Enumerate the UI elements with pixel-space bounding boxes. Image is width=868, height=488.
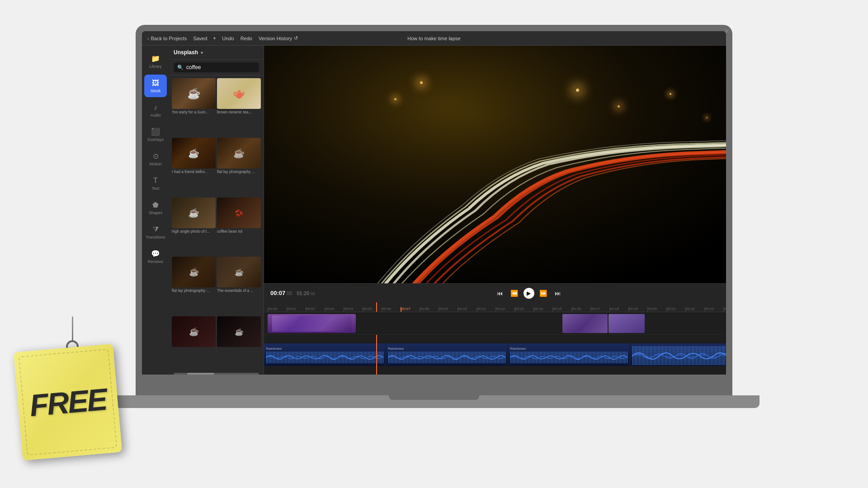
current-time: 00:07	[270, 290, 285, 296]
sidebar-item-transitions[interactable]: ⧩ Transitions	[144, 221, 167, 244]
stock-image-5[interactable]: ☕ high angle photo of t...	[172, 197, 216, 256]
waveform-4	[632, 346, 726, 365]
ruler-mark-20: 00:20	[647, 307, 666, 312]
stock-image-10[interactable]: ☕	[217, 316, 261, 370]
ruler-mark-11: 00:11	[476, 307, 495, 312]
version-history-button[interactable]: Version History ↺	[259, 35, 298, 41]
sidebar-item-text[interactable]: T Text	[144, 172, 167, 195]
image-label-3: I had a friend defini...	[172, 169, 216, 174]
ruler-mark-3: 00:03	[325, 307, 344, 312]
timeline: 00:00 00:01 00:02 00:03 00:04 00:05 00:0…	[264, 302, 726, 375]
audio-clip-4[interactable]	[630, 343, 726, 366]
text-icon: T	[153, 177, 158, 185]
video-clip-3[interactable]	[609, 314, 645, 333]
video-track	[264, 312, 726, 335]
tag-body: FREE	[14, 344, 122, 460]
stock-image-2[interactable]: 🫖 brown ceramic tea...	[217, 78, 261, 136]
ruler-mark-15: 00:15	[552, 307, 571, 312]
shapes-icon: ⬟	[152, 201, 159, 209]
ruler-mark-7: 00:07	[401, 307, 420, 312]
redo-button[interactable]: Redo	[241, 36, 252, 41]
skip-to-start-button[interactable]: ⏮	[495, 288, 505, 299]
ruler-mark-8: 00:08	[420, 307, 439, 312]
saved-button[interactable]: Saved	[193, 36, 207, 41]
saved-dropdown-icon[interactable]: ▾	[213, 36, 216, 41]
ruler-marks-container: 00:00 00:01 00:02 00:03 00:04 00:05 00:0…	[268, 302, 726, 312]
controls-bar: 00:07 00 01:20 00 ⏮ ⏪ ▶ ⏩ ⏭ 100%	[264, 283, 726, 302]
audio-track: Rainbows Rainbows	[264, 335, 726, 375]
sidebar-item-reviews[interactable]: 💬 Reviews	[144, 245, 167, 268]
stock-image-1[interactable]: ☕ Too early for a Guin...	[172, 78, 216, 136]
search-bar-container: 🔍	[169, 60, 264, 75]
image-label-8: The essentials of a ...	[217, 288, 261, 293]
sidebar-item-stock[interactable]: 🖼 Stock	[144, 75, 167, 97]
ruler-mark-1: 00:01	[287, 307, 306, 312]
stock-panel-header: Unsplash ▾	[169, 46, 264, 60]
sidebar-item-shapes[interactable]: ⬟ Shapes	[144, 197, 167, 219]
stock-image-9[interactable]: ☕	[172, 316, 216, 370]
fast-forward-button[interactable]: ⏩	[538, 288, 549, 299]
sidebar-item-audio[interactable]: ♪ Audio	[144, 99, 167, 122]
ruler-mark-6: 00:06	[382, 307, 401, 312]
laptop-notch	[389, 395, 479, 400]
stock-image-4[interactable]: ☕ flat lay photography ...	[217, 138, 261, 196]
video-preview	[264, 46, 726, 283]
stock-image-6[interactable]: 🫘 coffee bean Iot	[217, 197, 261, 256]
audio-clip-1-label: Rainbows	[266, 347, 383, 351]
search-icon: 🔍	[177, 65, 184, 70]
ruler-mark-19: 00:19	[628, 307, 647, 312]
laptop-shell: ‹ Back to Projects Saved ▾ Undo Redo Ver…	[136, 25, 732, 395]
ruler-mark-22: 00:22	[685, 307, 704, 312]
free-tag-text: FREE	[28, 384, 108, 421]
unsplash-logo: Unsplash	[174, 49, 198, 56]
transitions-icon: ⧩	[153, 225, 159, 234]
sidebar-item-library[interactable]: 📁 Library	[144, 50, 167, 73]
tag-string	[72, 316, 73, 341]
source-dropdown-icon[interactable]: ▾	[201, 50, 203, 55]
video-clip-1[interactable]	[268, 314, 356, 333]
light-trails-svg	[264, 46, 726, 283]
undo-button[interactable]: Undo	[222, 36, 234, 41]
menu-bar: ‹ Back to Projects Saved ▾ Undo Redo Ver…	[142, 31, 726, 46]
search-input[interactable]	[186, 64, 255, 70]
play-pause-button[interactable]: ▶	[524, 288, 534, 299]
audio-icon: ♪	[154, 103, 157, 112]
rewind-button[interactable]: ⏪	[509, 288, 520, 299]
laptop-base	[108, 395, 760, 408]
timeline-playhead[interactable]	[376, 335, 377, 375]
ruler-mark-16: 00:16	[571, 307, 590, 312]
current-frames: 00	[287, 291, 292, 296]
stock-image-3[interactable]: ☕ I had a friend defini...	[172, 138, 216, 196]
timeline-ruler[interactable]: 00:00 00:01 00:02 00:03 00:04 00:05 00:0…	[264, 302, 726, 312]
history-icon: ↺	[294, 35, 298, 41]
ruler-mark-4: 00:04	[344, 307, 363, 312]
ruler-mark-14: 00:14	[533, 307, 552, 312]
image-label-6: coffee bean Iot	[217, 229, 261, 234]
total-frames: 00	[311, 291, 315, 296]
sidebar-item-motion[interactable]: ⊙ Motion	[144, 148, 167, 170]
ruler-mark-17: 00:17	[590, 307, 609, 312]
audio-clip-3[interactable]: Rainbows	[508, 343, 629, 366]
audio-clip-1[interactable]: Rainbows	[264, 343, 385, 366]
video-clip-2[interactable]	[562, 314, 608, 333]
laptop-screen: ‹ Back to Projects Saved ▾ Undo Redo Ver…	[142, 31, 726, 375]
image-grid: ☕ Too early for a Guin... 🫖 brown cerami…	[169, 75, 264, 373]
waveform-3	[510, 352, 627, 363]
image-label-1: Too early for a Guin...	[172, 110, 216, 114]
scroll-thumb[interactable]	[187, 373, 214, 375]
image-label-2: brown ceramic tea...	[217, 110, 261, 114]
audio-clip-3-label: Rainbows	[510, 347, 627, 351]
sidebar: 📁 Library 🖼 Stock ♪ Audio ⬛ Overlays ⊙	[142, 46, 169, 375]
stock-panel: Unsplash ▾ 🔍 ☕ Too ear	[169, 46, 264, 375]
stock-image-7[interactable]: ☕ flat lay photography ...	[172, 257, 216, 315]
sidebar-item-overlays[interactable]: ⬛ Overlays	[144, 123, 167, 146]
skip-to-end-button[interactable]: ⏭	[552, 288, 563, 299]
playhead[interactable]	[376, 302, 377, 312]
back-to-projects-button[interactable]: ‹ Back to Projects	[147, 36, 187, 41]
ruler-mark-21: 00:21	[666, 307, 685, 312]
ruler-mark-9: 00:09	[439, 307, 458, 312]
image-label-5: high angle photo of t...	[172, 229, 216, 234]
ruler-mark-24: 00:24	[723, 307, 726, 312]
stock-image-8[interactable]: ☕ The essentials of a ...	[217, 257, 261, 315]
audio-clip-2[interactable]: Rainbows	[386, 343, 507, 366]
